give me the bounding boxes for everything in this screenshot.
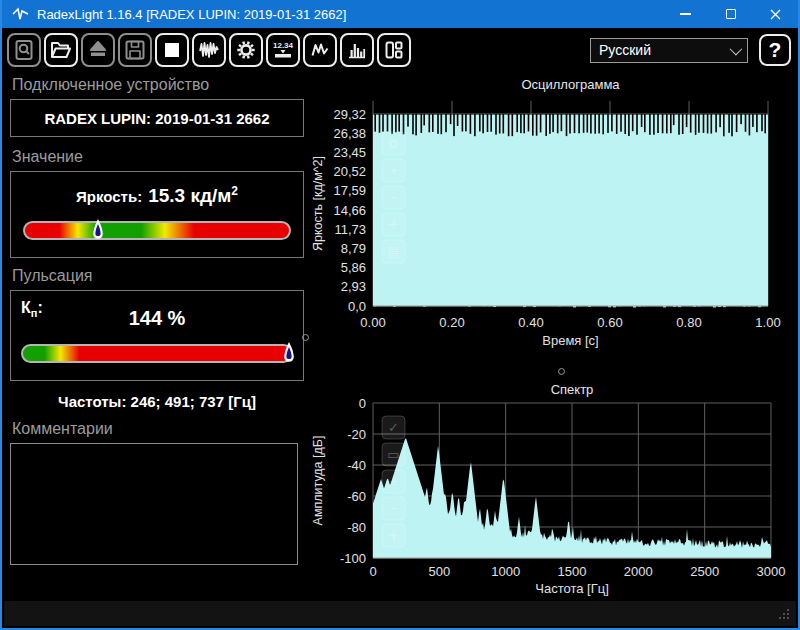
svg-text:✛: ✛: [388, 528, 399, 543]
toolbar-button-report-search[interactable]: [7, 33, 41, 67]
svg-text:2,93: 2,93: [341, 279, 366, 294]
status-bar: [4, 601, 796, 626]
kp-scale-bar: [21, 344, 293, 363]
kp-bar-handle-circle[interactable]: [302, 334, 309, 341]
pulsation-box: Кп: 144 %: [10, 290, 304, 381]
maximize-button[interactable]: [708, 0, 753, 28]
svg-text:Амплитуда [дБ]: Амплитуда [дБ]: [311, 436, 325, 526]
svg-text:500: 500: [428, 564, 450, 579]
toolbar-button-save[interactable]: [118, 33, 152, 67]
minimize-icon: [680, 13, 691, 14]
oscillogram-mode-icon: [197, 38, 221, 62]
svg-text:-60: -60: [347, 489, 366, 504]
toolbar-button-stop[interactable]: [155, 33, 189, 67]
window-controls: [663, 0, 798, 28]
svg-text:▤: ▤: [387, 244, 399, 259]
svg-text:✓: ✓: [388, 420, 399, 435]
resize-grip[interactable]: [778, 608, 790, 620]
svg-text:0.20: 0.20: [439, 315, 464, 330]
luminance-scale-bar-wrap: [23, 221, 291, 241]
kp-scale-bar-wrap: [21, 344, 293, 364]
svg-text:−: −: [390, 501, 398, 516]
maximize-icon: [726, 9, 736, 19]
value-box: Яркость: 15.3 кд/м2: [10, 171, 304, 258]
spectrum-view-icon: [345, 38, 369, 62]
svg-text:-80: -80: [347, 520, 366, 535]
save-icon: [123, 38, 147, 62]
toolbar-button-waveform-view[interactable]: [303, 33, 337, 67]
close-button[interactable]: [753, 0, 798, 28]
comments-section-label: Комментарии: [12, 420, 304, 438]
language-select[interactable]: Русский: [590, 38, 748, 63]
toolbar-button-numeric-display[interactable]: 12.34: [266, 33, 300, 67]
svg-text:Яркость [кд/м^2]: Яркость [кд/м^2]: [311, 156, 325, 251]
device-section-label: Подключенное устройство: [12, 76, 304, 94]
toolbar-button-settings-gear[interactable]: [229, 33, 263, 67]
toolbar-button-open-file[interactable]: [44, 33, 78, 67]
svg-text:0,0: 0,0: [348, 299, 366, 314]
device-name-box: RADEX LUPIN: 2019-01-31 2662: [10, 99, 304, 137]
svg-text:8,79: 8,79: [341, 241, 366, 256]
svg-text:-100: -100: [340, 551, 366, 566]
osc-waveform-series: [373, 114, 768, 307]
svg-text:Спектр: Спектр: [551, 382, 594, 397]
app-logo-icon: [12, 7, 29, 21]
kp-label: Кп:: [21, 299, 43, 319]
svg-text:-40: -40: [347, 458, 366, 473]
title-bar[interactable]: RadexLight 1.16.4 [RADEX LUPIN: 2019-01-…: [2, 0, 798, 28]
app-window: RadexLight 1.16.4 [RADEX LUPIN: 2019-01-…: [0, 0, 800, 630]
waveform-view-icon: [308, 38, 332, 62]
svg-text:0.80: 0.80: [676, 315, 701, 330]
svg-text:11,73: 11,73: [334, 222, 366, 237]
svg-text:1000: 1000: [491, 564, 520, 579]
svg-text:Частота [Гц]: Частота [Гц]: [535, 581, 609, 596]
oscillogram-chart[interactable]: Осциллограмма29,3226,3823,4520,5217,5914…: [308, 74, 800, 376]
luminance-marker-icon: [92, 218, 104, 243]
luminance-param-label: Яркость:: [76, 188, 142, 205]
svg-text:+: +: [390, 474, 398, 489]
minimize-button[interactable]: [663, 0, 708, 28]
comments-textarea[interactable]: [10, 443, 298, 565]
svg-text:▭: ▭: [387, 447, 399, 462]
svg-text:⧉: ⧉: [389, 136, 398, 151]
frequencies-text: Частоты: 246; 491; 737 [Гц]: [10, 393, 304, 410]
svg-text:17,59: 17,59: [333, 183, 366, 198]
svg-text:0.60: 0.60: [597, 315, 622, 330]
svg-text:−: −: [390, 190, 398, 205]
left-panel: Подключенное устройство RADEX LUPIN: 201…: [10, 74, 304, 569]
close-icon: [770, 9, 781, 20]
svg-text:0.40: 0.40: [518, 315, 543, 330]
svg-text:✛: ✛: [388, 217, 399, 232]
svg-text:0.00: 0.00: [360, 315, 385, 330]
pulsation-section-label: Пульсация: [12, 267, 304, 285]
svg-text:2000: 2000: [624, 564, 653, 579]
svg-text:-20: -20: [347, 427, 366, 442]
open-file-icon: [49, 38, 73, 62]
toolbar-button-layout-panels[interactable]: [377, 33, 411, 67]
svg-text:0: 0: [369, 564, 376, 579]
value-section-label: Значение: [12, 148, 304, 166]
svg-text:5,86: 5,86: [341, 260, 366, 275]
svg-text:1500: 1500: [558, 564, 587, 579]
spectrum-chart[interactable]: Спектр0-20-40-60-80-10005001000150020002…: [308, 378, 800, 602]
svg-text:12.34: 12.34: [273, 41, 294, 50]
stop-icon: [160, 38, 184, 62]
toolbar-buttons: 12.34: [7, 33, 411, 67]
chevron-down-icon: [730, 42, 743, 55]
svg-text:Время [с]: Время [с]: [542, 333, 598, 348]
chart-splitter-circle[interactable]: [558, 368, 565, 375]
svg-text:1.00: 1.00: [755, 315, 780, 330]
luminance-scale-bar: [23, 221, 291, 240]
svg-text:0: 0: [359, 396, 366, 411]
svg-text:23,45: 23,45: [333, 145, 366, 160]
settings-gear-icon: [234, 38, 258, 62]
toolbar-button-eject-device[interactable]: [81, 33, 115, 67]
toolbar-button-oscillogram-mode[interactable]: [192, 33, 226, 67]
toolbar-button-spectrum-view[interactable]: [340, 33, 374, 67]
toolbar: 12.34 Русский ?: [4, 28, 796, 72]
luminance-value: 15.3 кд/м2: [148, 184, 238, 207]
help-button[interactable]: ?: [759, 34, 791, 66]
kp-marker-icon: [283, 341, 295, 366]
svg-text:3000: 3000: [757, 564, 786, 579]
eject-device-icon: [86, 38, 110, 62]
